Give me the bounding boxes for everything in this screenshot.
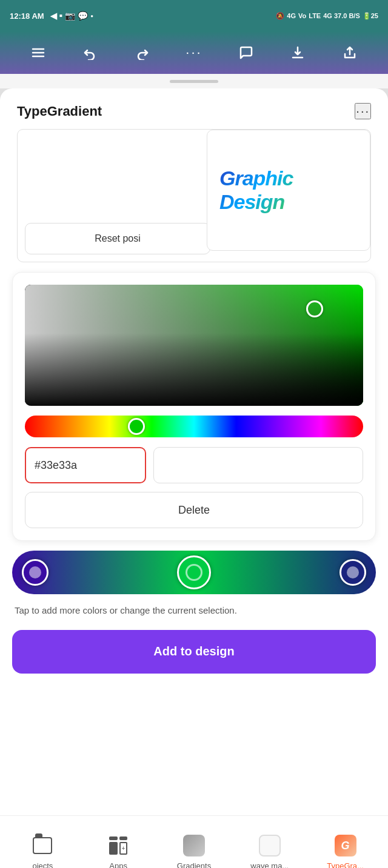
gradient-canvas[interactable] <box>25 285 363 406</box>
gradient-icon <box>182 833 206 858</box>
status-bar: 12:18 AM ◀ ▪ 📷 💬 ● 🔕 4G Vo LTE 4G 37.0 B… <box>0 0 388 31</box>
undo-icon[interactable] <box>78 41 102 65</box>
typegra-icon: G <box>333 833 358 858</box>
nav-label-typegra: TypeGra... <box>327 861 364 868</box>
preview-card: Graphic Design <box>207 130 370 251</box>
stop-purple[interactable] <box>22 559 48 586</box>
panel-more-button[interactable]: ··· <box>355 103 371 119</box>
hue-slider-container[interactable] <box>25 416 363 437</box>
nav-label-objects: ojects <box>32 861 53 868</box>
graphic-text-preview: Graphic Design <box>219 167 358 214</box>
toolbar: ··· <box>0 31 388 74</box>
hint-text: Tap to add more colors or change the cur… <box>0 604 388 618</box>
add-to-design-button[interactable]: Add to design <box>12 630 376 674</box>
hue-cursor <box>128 418 145 435</box>
panel-title: TypeGradient <box>17 104 102 119</box>
stop-blue[interactable] <box>340 559 366 586</box>
nav-label-wave: wave ma... <box>250 861 289 868</box>
bottom-nav: ojects + Apps Gradients wave ma... G Typ… <box>0 815 388 868</box>
comment-icon[interactable] <box>234 41 258 65</box>
color-picker-panel: #33e33a Delete <box>12 272 376 541</box>
folder-icon <box>30 833 55 858</box>
reset-button-area: Reset posi <box>18 216 218 262</box>
gradient-stops-bar[interactable] <box>12 551 376 594</box>
download-icon[interactable] <box>286 41 310 65</box>
main-panel: TypeGradient ··· Reset posi Graphic Desi… <box>0 88 388 815</box>
menu-icon[interactable] <box>26 41 50 65</box>
nav-item-gradients[interactable]: Gradients <box>164 833 224 868</box>
nav-item-wave[interactable]: wave ma... <box>239 833 300 868</box>
redo-icon[interactable] <box>130 41 154 65</box>
reset-position-button[interactable]: Reset posi <box>25 223 210 254</box>
nav-label-apps: Apps <box>109 861 127 868</box>
nav-label-gradients: Gradients <box>177 861 211 868</box>
share-icon[interactable] <box>338 41 362 65</box>
hue-slider[interactable] <box>25 416 363 437</box>
nav-item-typegra[interactable]: G TypeGra... <box>315 833 376 868</box>
status-indicators: 🔕 4G Vo LTE 4G 37.0 B/S 🔋25 <box>276 12 378 20</box>
hex-input-extra[interactable] <box>153 447 363 483</box>
status-time: 12:18 AM ◀ ▪ 📷 💬 ● <box>10 10 93 21</box>
preview-area: Reset posi Graphic Design <box>17 129 371 262</box>
nav-item-objects[interactable]: ojects <box>12 833 73 868</box>
nav-item-apps[interactable]: + Apps <box>88 833 149 868</box>
stop-green[interactable] <box>177 555 211 589</box>
gradient-cursor <box>306 300 323 317</box>
hex-input-row: #33e33a <box>25 447 363 483</box>
wave-icon <box>258 833 282 858</box>
drag-handle[interactable] <box>0 74 388 88</box>
panel-header: TypeGradient ··· <box>0 88 388 129</box>
apps-icon: + <box>106 833 130 858</box>
more-icon[interactable]: ··· <box>182 41 206 65</box>
delete-button[interactable]: Delete <box>25 492 363 528</box>
hex-input-box[interactable]: #33e33a <box>25 447 146 483</box>
drag-handle-bar <box>170 80 218 83</box>
